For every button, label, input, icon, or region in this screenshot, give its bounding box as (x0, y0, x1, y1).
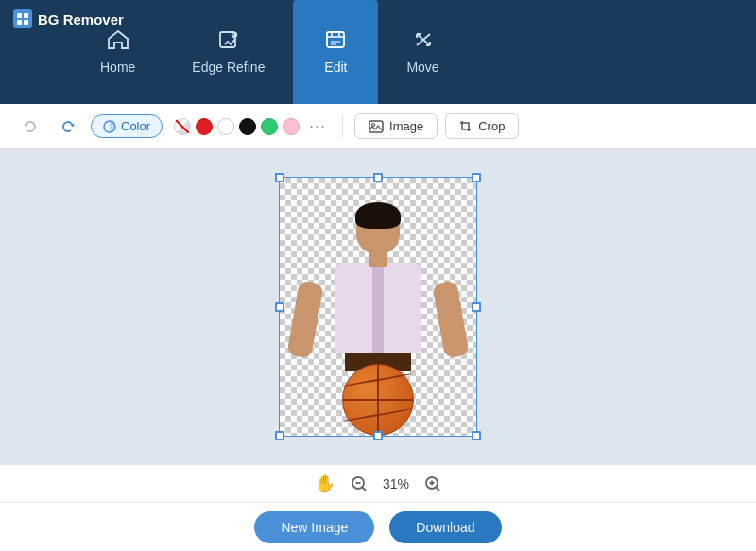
logo-icon (13, 9, 32, 28)
redo-button[interactable] (53, 112, 83, 142)
svg-rect-0 (17, 13, 22, 18)
bottom-bar: New Image Download (0, 502, 756, 551)
home-icon (107, 29, 129, 54)
nav-edge-refine-label: Edge Refine (192, 60, 265, 75)
toolbar: Color ··· Image (0, 104, 756, 149)
handle-middle-left[interactable] (275, 302, 284, 312)
handle-bottom-middle[interactable] (373, 431, 383, 440)
nav-edit-label: Edit (324, 60, 347, 75)
zoom-out-button[interactable] (351, 475, 368, 492)
swatch-white[interactable] (217, 118, 234, 135)
basketball (342, 364, 414, 436)
swatch-green[interactable] (261, 118, 278, 135)
undo-button[interactable] (15, 112, 45, 142)
color-swatches: ··· (174, 113, 331, 140)
hand-tool-icon[interactable]: ✋ (315, 474, 335, 494)
edit-icon (324, 29, 347, 54)
color-button[interactable]: Color (91, 114, 163, 138)
shirt (335, 263, 421, 353)
nav-move[interactable]: Move (378, 0, 467, 104)
nav-move-label: Move (406, 60, 438, 75)
app-title: BG Remover (38, 11, 124, 27)
handle-bottom-right[interactable] (472, 431, 481, 440)
image-button-label: Image (389, 119, 423, 133)
svg-point-9 (372, 123, 375, 126)
swatch-transparent[interactable] (174, 118, 191, 135)
more-swatches-button[interactable]: ··· (304, 113, 331, 140)
arm-left (286, 280, 323, 358)
swatch-pink[interactable] (283, 118, 300, 135)
svg-rect-4 (220, 32, 235, 47)
svg-rect-2 (17, 20, 22, 25)
handle-bottom-left[interactable] (275, 431, 284, 440)
zoom-level: 31% (383, 476, 409, 491)
handle-top-right[interactable] (472, 173, 481, 182)
nav-edge-refine[interactable]: Edge Refine (163, 0, 293, 104)
svg-rect-8 (369, 121, 383, 132)
zoom-in-button[interactable] (424, 475, 441, 492)
crop-button-label: Crop (478, 119, 505, 133)
handle-top-middle[interactable] (373, 173, 383, 182)
new-image-button[interactable]: New Image (254, 511, 374, 543)
swatch-black[interactable] (239, 118, 256, 135)
nav-edit[interactable]: Edit (293, 0, 378, 104)
svg-rect-3 (24, 20, 28, 25)
toolbar-divider (342, 115, 343, 138)
download-button[interactable]: Download (389, 511, 501, 543)
canvas-area (0, 149, 756, 464)
image-container[interactable] (279, 177, 477, 437)
color-button-label: Color (121, 119, 150, 133)
nav-bar: BG Remover Home (0, 0, 756, 104)
arm-right (432, 280, 469, 358)
nav-items: Home Edge Refine (15, 0, 741, 104)
nav-home-label: Home (100, 60, 135, 75)
handle-middle-right[interactable] (472, 302, 481, 312)
zoom-bar: ✋ 31% (0, 464, 756, 502)
move-icon (412, 29, 435, 54)
app-logo: BG Remover (13, 9, 124, 28)
person-figure (280, 178, 476, 436)
crop-button[interactable]: Crop (445, 113, 519, 139)
swatch-red[interactable] (196, 118, 213, 135)
handle-top-left[interactable] (275, 173, 284, 182)
edge-refine-icon (217, 29, 240, 54)
svg-rect-1 (24, 13, 28, 18)
hair (355, 202, 401, 229)
image-button[interactable]: Image (354, 113, 438, 139)
